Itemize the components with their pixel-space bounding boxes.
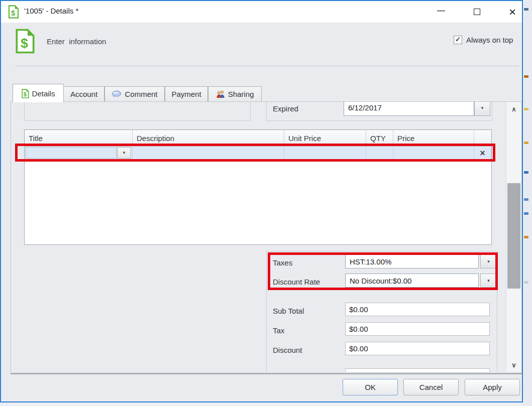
discount-input[interactable] [345, 342, 490, 355]
screen: $ '1005' - Details * — × $ Enter informa… [0, 0, 532, 406]
clipped-groupbox [24, 102, 251, 121]
background-fragment [524, 212, 528, 215]
chevron-down-icon: ▼ [480, 106, 484, 110]
discount-rate-dropdown-button[interactable]: ▼ [480, 274, 497, 288]
close-icon: × [509, 7, 516, 17]
details-panel: Expired 6/12/2017 ▼ Title Description Un… [11, 101, 522, 374]
always-on-top-label: Always on top [466, 36, 513, 44]
sub-total-input[interactable] [345, 303, 490, 316]
tab-comment[interactable]: Comment [104, 86, 165, 102]
maximize-button[interactable] [466, 4, 488, 20]
tab-label: Sharing [228, 90, 254, 98]
clipped-total-input[interactable] [345, 368, 490, 372]
window-title: '1005' - Details * [24, 7, 78, 15]
table-row: ▼ × [25, 147, 491, 160]
ok-button[interactable]: OK [343, 379, 398, 395]
chevron-down-icon: ▼ [122, 151, 126, 155]
comment-icon [112, 90, 122, 98]
taxes-label: Taxes [273, 258, 292, 267]
invoice-icon: $ [15, 28, 35, 54]
svg-text:$: $ [11, 9, 15, 17]
app-invoice-icon: $ [8, 5, 19, 19]
title-dropdown-button[interactable]: ▼ [117, 147, 131, 159]
expired-date-field[interactable]: 6/12/2017 [344, 102, 474, 116]
discount-rate-label: Discount Rate [273, 278, 320, 286]
column-header-title[interactable]: Title [25, 130, 133, 146]
scroll-up-icon: ∧ [511, 105, 516, 113]
background-fragment [524, 108, 528, 110]
apply-button[interactable]: Apply [465, 379, 520, 395]
column-header-actions [474, 130, 491, 146]
dialog-window: $ '1005' - Details * — × $ Enter informa… [0, 0, 523, 402]
scroll-up-button[interactable]: ∧ [506, 102, 521, 116]
scrollbar-thumb[interactable] [507, 183, 520, 289]
svg-text:$: $ [23, 91, 27, 97]
delete-row-icon: × [480, 148, 485, 159]
tab-details[interactable]: $ Details [13, 84, 64, 102]
taxes-dropdown-button[interactable]: ▼ [480, 254, 497, 268]
background-fragment [524, 281, 528, 284]
checkmark-icon: ✓ [455, 36, 461, 43]
background-fragment [524, 75, 528, 78]
tab-payment[interactable]: Payment [165, 86, 208, 102]
cell-title: ▼ [25, 147, 133, 160]
delete-row-button[interactable]: × [474, 147, 491, 160]
header-subtitle: Enter information [47, 37, 106, 46]
expired-group: Expired 6/12/2017 ▼ [266, 102, 492, 121]
cell-unit-price[interactable] [284, 147, 366, 160]
discount-rate-field[interactable]: No Discount:$0.00 [345, 274, 479, 288]
always-on-top-checkbox[interactable]: ✓ [454, 36, 462, 44]
details-tab-icon: $ [22, 89, 29, 98]
svg-text:$: $ [21, 36, 28, 51]
tab-label: Account [70, 90, 97, 98]
column-header-unit-price[interactable]: Unit Price [284, 130, 366, 146]
header-separator [15, 66, 519, 66]
background-fragment [524, 236, 528, 238]
expired-label: Expired [273, 104, 298, 113]
expired-dropdown-button[interactable]: ▼ [474, 102, 490, 116]
background-fragment [524, 171, 528, 174]
minimize-icon: — [437, 6, 445, 15]
column-header-price[interactable]: Price [393, 130, 474, 146]
maximize-icon [474, 9, 480, 15]
column-header-description[interactable]: Description [133, 130, 284, 146]
chevron-down-icon: ▼ [487, 279, 491, 283]
tax-label: Tax [273, 326, 284, 335]
title-combo-field[interactable] [26, 147, 117, 159]
background-fragment [524, 8, 528, 11]
items-table: Title Description Unit Price QTY Price ▼ [24, 129, 492, 245]
tab-sharing[interactable]: Sharing [208, 86, 262, 102]
tab-label: Details [32, 89, 55, 98]
vertical-scrollbar[interactable]: ∧ ∨ [506, 102, 521, 372]
chevron-down-icon: ▼ [487, 259, 491, 264]
minimize-button[interactable]: — [430, 4, 452, 20]
totals-group: Taxes HST:13.00% ▼ Discount Rate No Disc… [266, 251, 497, 372]
cell-qty[interactable] [366, 147, 393, 160]
tab-label: Payment [171, 90, 201, 98]
always-on-top: ✓ Always on top [454, 36, 513, 44]
scroll-down-icon: ∨ [511, 361, 516, 369]
taxes-field[interactable]: HST:13.00% [345, 254, 479, 268]
tax-input[interactable] [345, 322, 490, 336]
cell-description[interactable] [133, 147, 284, 160]
scroll-down-button[interactable]: ∨ [506, 358, 521, 372]
column-header-qty[interactable]: QTY [366, 130, 393, 146]
titlebar: $ '1005' - Details * — × [1, 1, 522, 23]
items-table-header: Title Description Unit Price QTY Price [25, 130, 491, 147]
close-button[interactable]: × [501, 4, 523, 20]
sub-total-label: Sub Total [273, 307, 304, 315]
background-fragment [524, 198, 528, 201]
tab-account[interactable]: Account [63, 86, 104, 102]
background-fragment [524, 142, 528, 144]
cancel-button[interactable]: Cancel [403, 379, 459, 395]
discount-label: Discount [273, 346, 302, 354]
tab-label: Comment [125, 90, 157, 98]
scroll-viewport: Expired 6/12/2017 ▼ Title Description Un… [11, 102, 506, 372]
background-window-sliver-bottom [0, 402, 523, 406]
sharing-icon [216, 90, 225, 98]
cell-price[interactable] [393, 147, 474, 160]
background-window-sliver [523, 0, 532, 406]
